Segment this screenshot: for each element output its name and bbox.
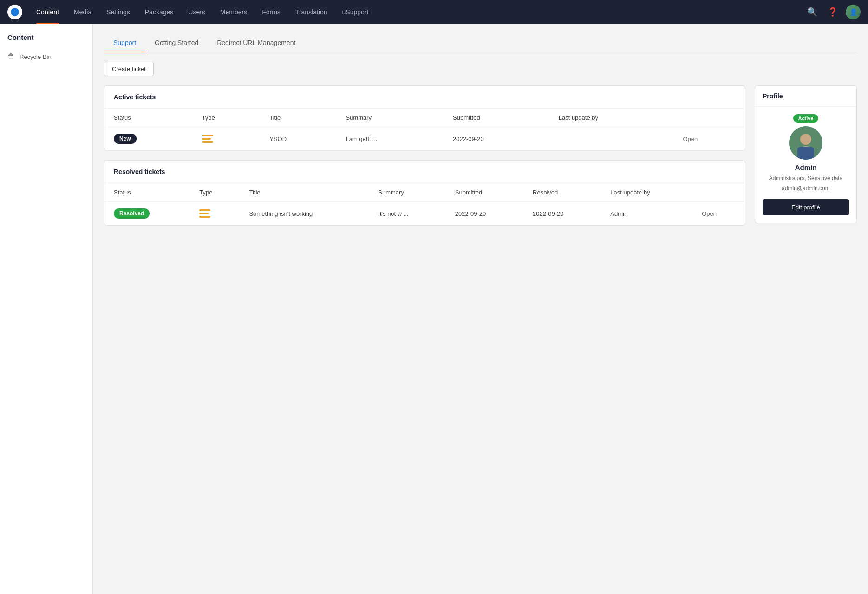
ticket-submitted-cell: 2022-09-20: [446, 202, 523, 226]
active-tickets-header-row: Status Type Title Summary Submitted Last…: [104, 109, 745, 127]
burger-bot: [199, 216, 210, 218]
col-type: Type: [190, 183, 240, 202]
col-action: [673, 109, 745, 127]
profile-role: Administrators, Sensitive data: [769, 175, 843, 181]
resolved-tickets-title: Resolved tickets: [104, 161, 745, 183]
col-submitted: Submitted: [446, 183, 523, 202]
nav-item-members[interactable]: Members: [214, 5, 254, 19]
nav-item-packages[interactable]: Packages: [138, 5, 180, 19]
col-status: Status: [104, 109, 193, 127]
ticket-resolved-cell: 2022-09-20: [523, 202, 601, 226]
nav-item-forms[interactable]: Forms: [255, 5, 287, 19]
burger-mid: [199, 213, 208, 214]
burger-top: [199, 209, 210, 211]
ticket-action-cell[interactable]: Open: [692, 202, 745, 226]
recycle-bin-icon: 🗑: [7, 52, 15, 61]
col-last-update: Last update by: [601, 183, 692, 202]
content-profile-wrapper: Active tickets Status Type Title Summary…: [104, 85, 857, 235]
profile-avatar-image: [789, 126, 822, 160]
sidebar-item-recycle-bin[interactable]: 🗑 Recycle Bin: [0, 49, 92, 65]
ticket-type-cell: [193, 127, 261, 151]
burger-top: [202, 135, 213, 136]
logo[interactable]: [7, 5, 22, 19]
resolved-tickets-card: Resolved tickets Status Type Title Summa…: [104, 160, 745, 226]
status-badge-new: New: [114, 134, 137, 144]
nav-item-users[interactable]: Users: [182, 5, 212, 19]
nav-item-translation[interactable]: Translation: [289, 5, 334, 19]
search-icon[interactable]: 🔍: [805, 5, 820, 19]
sidebar: Content 🗑 Recycle Bin: [0, 24, 93, 594]
main-content: Support Getting Started Redirect URL Man…: [93, 24, 868, 594]
col-submitted: Submitted: [444, 109, 549, 127]
ticket-submitted-cell: 2022-09-20: [444, 127, 549, 151]
profile-panel-body: Active Admin Administrators, Sensi: [755, 107, 856, 223]
tickets-area: Active tickets Status Type Title Summary…: [104, 85, 745, 235]
tab-bar: Support Getting Started Redirect URL Man…: [104, 33, 857, 52]
col-title: Title: [260, 109, 336, 127]
edit-profile-button[interactable]: Edit profile: [763, 199, 849, 215]
col-status: Status: [104, 183, 190, 202]
resolved-tickets-header-row: Status Type Title Summary Submitted Reso…: [104, 183, 745, 202]
nav-item-media[interactable]: Media: [67, 5, 98, 19]
user-avatar[interactable]: 👤: [846, 5, 861, 19]
nav-item-content[interactable]: Content: [30, 5, 65, 19]
ticket-title-cell: Something isn't working: [240, 202, 369, 226]
ticket-status-cell: Resolved: [104, 202, 190, 226]
active-tickets-card: Active tickets Status Type Title Summary…: [104, 85, 745, 151]
ticket-status-cell: New: [104, 127, 193, 151]
profile-panel-title: Profile: [755, 86, 856, 107]
col-type: Type: [193, 109, 261, 127]
status-badge-resolved: Resolved: [114, 208, 150, 219]
profile-avatar: [789, 126, 822, 160]
ticket-lastupdate-cell: Admin: [601, 202, 692, 226]
nav-item-usupport[interactable]: uSupport: [336, 5, 375, 19]
profile-email: admin@admin.com: [782, 185, 830, 192]
resolved-tickets-table: Status Type Title Summary Submitted Reso…: [104, 183, 745, 225]
svg-rect-3: [797, 147, 814, 160]
col-summary: Summary: [369, 183, 445, 202]
ticket-action-cell[interactable]: Open: [673, 127, 745, 151]
avatar-svg: [789, 126, 822, 160]
top-navigation: Content Media Settings Packages Users Me…: [0, 0, 868, 24]
logo-inner: [11, 8, 19, 16]
ticket-lastupdate-cell: [549, 127, 674, 151]
col-title: Title: [240, 183, 369, 202]
topnav-icons: 🔍 ❓ 👤: [805, 5, 861, 19]
nav-item-settings[interactable]: Settings: [100, 5, 137, 19]
ticket-summary-cell: It's not w ...: [369, 202, 445, 226]
profile-name: Admin: [795, 163, 817, 171]
tab-support[interactable]: Support: [104, 33, 145, 52]
tab-getting-started[interactable]: Getting Started: [145, 33, 208, 52]
tab-redirect-url[interactable]: Redirect URL Management: [208, 33, 305, 52]
ticket-type-cell: [190, 202, 240, 226]
sidebar-item-label: Recycle Bin: [20, 53, 52, 60]
sidebar-title: Content: [0, 33, 92, 49]
help-icon[interactable]: ❓: [825, 5, 840, 19]
ticket-summary-cell: I am getti ...: [336, 127, 444, 151]
profile-panel: Profile Active Admin: [755, 85, 857, 223]
ticket-type-icon: [199, 209, 210, 218]
col-summary: Summary: [336, 109, 444, 127]
active-tickets-title: Active tickets: [104, 86, 745, 109]
active-tickets-table: Status Type Title Summary Submitted Last…: [104, 109, 745, 150]
main-layout: Content 🗑 Recycle Bin Support Getting St…: [0, 24, 868, 594]
ticket-type-icon: [202, 135, 213, 143]
active-ticket-row-1[interactable]: New YSOD I am ge: [104, 127, 745, 151]
col-action: [692, 183, 745, 202]
create-ticket-button[interactable]: Create ticket: [104, 62, 154, 76]
col-resolved: Resolved: [523, 183, 601, 202]
burger-mid: [202, 138, 211, 140]
resolved-ticket-row-1[interactable]: Resolved Something isn't working: [104, 202, 745, 226]
col-last-update: Last update by: [549, 109, 674, 127]
burger-bot: [202, 141, 213, 143]
profile-status-badge: Active: [793, 114, 818, 123]
ticket-title-cell: YSOD: [260, 127, 336, 151]
svg-point-1: [800, 134, 811, 145]
